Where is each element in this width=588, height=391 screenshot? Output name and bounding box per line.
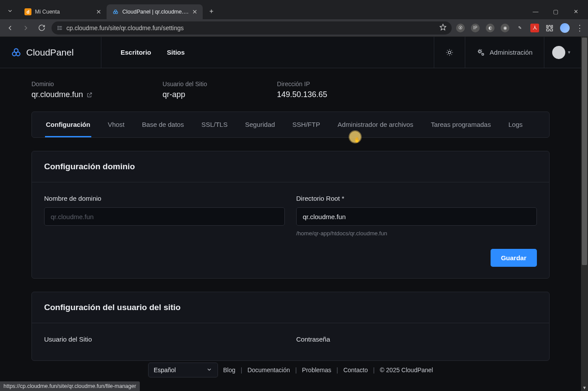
svg-point-13: [448, 51, 451, 54]
svg-marker-9: [440, 24, 446, 30]
site-tabs: Configuración Vhost Base de datos SSL/TL…: [31, 112, 550, 138]
window-close-button[interactable]: ✕: [567, 5, 585, 17]
site-info-row: Dominio qr.cloudme.fun Usuario del Sitio…: [31, 80, 550, 99]
bookmark-icon[interactable]: [439, 24, 446, 32]
tab-title: CloudPanel | qr.cloudme.fun: [122, 9, 189, 15]
user-menu[interactable]: ▾: [544, 37, 581, 68]
svg-point-22: [479, 50, 481, 52]
window-controls: — ▢ ✕: [527, 5, 585, 17]
footer-contact[interactable]: Contacto: [343, 367, 368, 374]
domain-name-label: Nombre de dominio: [44, 195, 285, 202]
domain-label: Dominio: [31, 80, 93, 87]
favicon-d-icon: d: [24, 8, 31, 15]
tab-db[interactable]: Base de datos: [141, 112, 185, 137]
save-button[interactable]: Guardar: [491, 249, 537, 267]
root-dir-input[interactable]: [296, 207, 537, 226]
admin-label: Administración: [490, 49, 533, 56]
tab-vhost[interactable]: Vhost: [107, 112, 125, 137]
svg-point-2: [114, 10, 117, 12]
chevron-down-icon: [206, 367, 212, 374]
language-select[interactable]: Español: [148, 363, 218, 377]
app-header: CloudPanel Escritorio Sitios Administrac…: [0, 37, 581, 68]
nav-forward-button[interactable]: [20, 22, 31, 34]
tab-security[interactable]: Seguridad: [244, 112, 276, 137]
svg-point-23: [482, 53, 484, 55]
nav-reload-button[interactable]: [36, 22, 47, 34]
browser-tabbar: d Mi Cuenta ✕ CloudPanel | qr.cloudme.fu…: [0, 0, 588, 19]
page-scrollbar[interactable]: ▲ ▼: [581, 37, 588, 391]
new-tab-button[interactable]: +: [205, 5, 218, 17]
svg-line-21: [451, 50, 452, 50]
language-value: Español: [154, 367, 176, 374]
tab-filemanager[interactable]: Administrador de archivos: [337, 112, 414, 137]
siteuser-value: qr-app: [163, 90, 185, 99]
password-label: Contraseña: [296, 335, 537, 343]
browser-extensions: ⦿ IP ◐ ◉ ✎ 人 ⋮: [456, 23, 584, 33]
browser-tab-inactive[interactable]: d Mi Cuenta ✕: [19, 4, 107, 19]
siteuser-label: Usuario del Sitio: [163, 80, 207, 87]
footer-bar: Español Blog| Documentación| Problemas| …: [0, 361, 581, 379]
root-dir-label: Directorio Root *: [296, 195, 537, 202]
svg-line-16: [447, 50, 447, 50]
footer-docs[interactable]: Documentación: [247, 367, 290, 374]
site-settings-icon[interactable]: [57, 25, 63, 31]
footer-blog[interactable]: Blog: [223, 367, 235, 374]
svg-point-3: [58, 26, 58, 26]
pdf-extension-icon[interactable]: 人: [530, 24, 539, 32]
extension-icon[interactable]: ◐: [486, 24, 495, 32]
close-icon[interactable]: ✕: [96, 8, 101, 15]
svg-point-5: [58, 29, 58, 29]
window-maximize-button[interactable]: ▢: [547, 5, 564, 17]
svg-line-20: [447, 54, 447, 55]
tab-logs[interactable]: Logs: [508, 112, 524, 137]
siteuser-label: Usuario del Sitio: [44, 335, 285, 343]
theme-toggle[interactable]: [434, 37, 465, 68]
eyedropper-icon[interactable]: ✎: [515, 24, 524, 32]
profile-avatar-icon[interactable]: [560, 23, 570, 33]
chevron-down-icon: ▾: [568, 49, 571, 55]
nav-back-button[interactable]: [4, 22, 16, 34]
svg-point-4: [58, 28, 58, 28]
page-viewport: CloudPanel Escritorio Sitios Administrac…: [0, 37, 581, 391]
svg-line-17: [451, 54, 452, 55]
browser-toolbar: cp.cloudme.fun/site/qr.cloudme.fun/setti…: [0, 19, 588, 37]
tab-search-dropdown[interactable]: [3, 4, 17, 17]
extension-icon[interactable]: ◉: [501, 24, 509, 32]
extension-icon[interactable]: ⦿: [456, 24, 465, 32]
status-link: https://cp.cloudme.fun/site/qr.cloudme.f…: [0, 381, 140, 391]
sun-icon: [446, 49, 453, 56]
panel-title: Configuración del usuario del sitio: [32, 292, 549, 323]
tab-ssh[interactable]: SSH/FTP: [291, 112, 321, 137]
extensions-puzzle-icon[interactable]: [545, 24, 554, 32]
tab-ssl[interactable]: SSL/TLS: [201, 112, 228, 137]
scroll-down-icon[interactable]: ▼: [581, 384, 588, 391]
nav-desktop[interactable]: Escritorio: [121, 49, 151, 56]
root-dir-hint: /home/qr-app/htdocs/qr.cloudme.fun: [296, 230, 537, 237]
siteuser-config-panel: Configuración del usuario del sitio Usua…: [31, 292, 550, 361]
tab-title: Mi Cuenta: [35, 9, 93, 15]
gears-icon: [477, 48, 485, 57]
external-link-icon[interactable]: [86, 92, 93, 98]
browser-tab-active[interactable]: CloudPanel | qr.cloudme.fun ✕: [107, 4, 203, 19]
cloudpanel-logo-icon: [10, 47, 22, 58]
admin-link[interactable]: Administración: [465, 37, 544, 68]
ip-label: Dirección IP: [277, 80, 327, 87]
brand-logo[interactable]: CloudPanel: [0, 37, 101, 68]
domain-value: qr.cloudme.fun: [31, 90, 83, 99]
ip-value: 149.50.136.65: [277, 90, 327, 99]
browser-menu-icon[interactable]: ⋮: [576, 23, 584, 33]
tab-configuracion[interactable]: Configuración: [45, 112, 91, 137]
domain-name-input[interactable]: [44, 207, 285, 226]
footer-problems[interactable]: Problemas: [302, 367, 331, 374]
brand-name: CloudPanel: [26, 47, 74, 58]
nav-sites[interactable]: Sitios: [167, 49, 185, 56]
favicon-cloudpanel-icon: [112, 8, 119, 15]
address-bar[interactable]: cp.cloudme.fun/site/qr.cloudme.fun/setti…: [52, 21, 452, 35]
avatar-icon: [552, 46, 565, 59]
window-minimize-button[interactable]: —: [527, 5, 544, 17]
url-text: cp.cloudme.fun/site/qr.cloudme.fun/setti…: [66, 24, 183, 31]
scrollbar-thumb[interactable]: [582, 38, 587, 265]
extension-icon[interactable]: IP: [471, 24, 480, 32]
close-icon[interactable]: ✕: [192, 8, 197, 15]
tab-cron[interactable]: Tareas programadas: [430, 112, 492, 137]
